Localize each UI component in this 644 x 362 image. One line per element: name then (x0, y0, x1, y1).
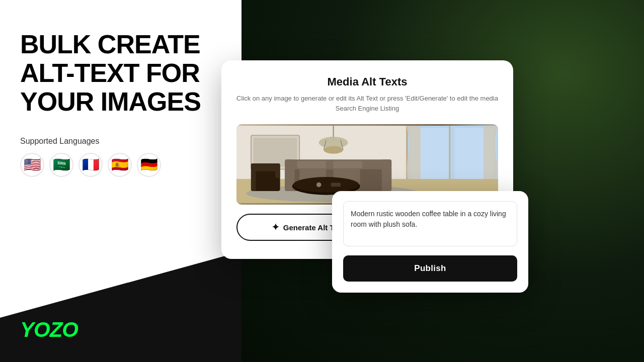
svg-rect-25 (251, 163, 256, 191)
flags-container: 🇺🇸 🇸🇦 🇫🇷 🇪🇸 🇩🇪 (20, 153, 206, 177)
svg-rect-26 (275, 163, 280, 178)
svg-rect-19 (297, 161, 326, 168)
supported-languages-label: Supported Languages (20, 137, 206, 146)
svg-point-10 (324, 146, 343, 153)
flag-sa: 🇸🇦 (49, 153, 73, 177)
svg-rect-30 (331, 183, 341, 187)
flag-fr: 🇫🇷 (78, 153, 103, 177)
sparkle-icon: ✦ (272, 222, 279, 233)
publish-button[interactable]: Publish (343, 255, 517, 282)
svg-rect-20 (334, 161, 363, 168)
card-title: Media Alt Texts (236, 75, 498, 88)
yozo-logo: YOZO (20, 318, 78, 342)
flag-de: 🇩🇪 (137, 153, 161, 177)
svg-point-29 (316, 183, 321, 188)
alt-text-textarea[interactable]: Modern rustic wooden coffee table in a c… (343, 201, 517, 246)
svg-point-28 (293, 177, 359, 193)
flag-us: 🇺🇸 (20, 153, 44, 177)
left-panel: BULK CREATE ALT-TEXT FOR YOUR IMAGES Sup… (0, 0, 226, 362)
svg-rect-18 (382, 159, 391, 191)
flag-es: 🇪🇸 (108, 153, 132, 177)
headline: BULK CREATE ALT-TEXT FOR YOUR IMAGES (20, 30, 206, 117)
alt-text-popup-card: Modern rustic wooden coffee table in a c… (332, 191, 528, 293)
card-subtitle: Click on any image to generate or edit i… (236, 94, 498, 113)
